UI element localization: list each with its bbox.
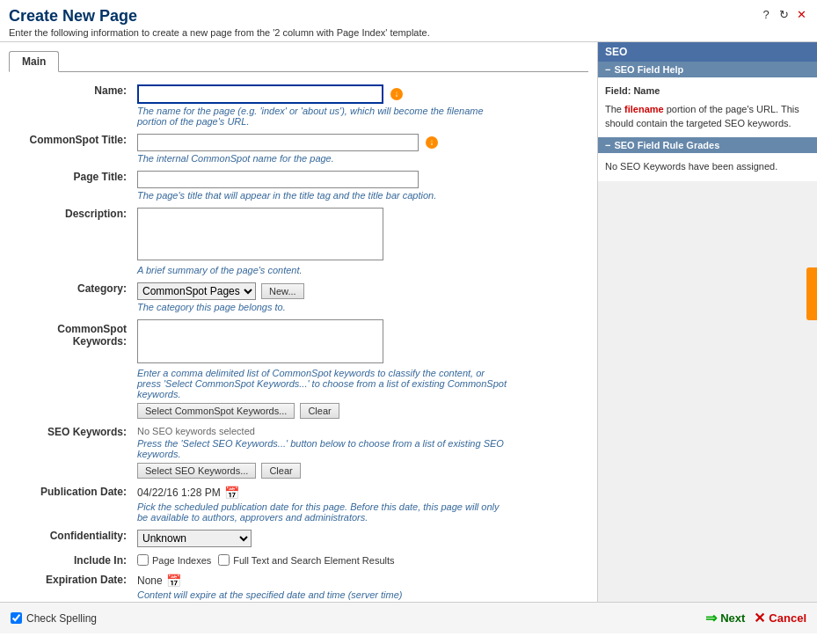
footer-left: Check Spelling	[11, 612, 97, 625]
description-label: Description:	[9, 204, 132, 279]
close-icon[interactable]: ✕	[794, 7, 808, 21]
seo-field-name: Field: Name	[605, 84, 810, 98]
name-row: Name: ↓ The name for the page (e.g. 'ind…	[9, 81, 588, 130]
seo-field-help-toggle[interactable]: − SEO Field Help	[598, 62, 817, 77]
description-help: A brief summary of the page's content.	[137, 265, 507, 275]
check-spelling-checkbox[interactable]	[11, 612, 22, 624]
page-title-input[interactable]	[137, 171, 419, 188]
page-indexes-label: Page Indexes	[152, 555, 211, 566]
seo-keywords-row: SEO Keywords: No SEO keywords selected P…	[9, 422, 588, 482]
confidentiality-label: Confidentiality:	[9, 526, 132, 551]
cs-keywords-field-cell: Enter a comma delimited list of CommonSp…	[132, 316, 588, 422]
select-cs-keywords-button[interactable]: Select CommonSpot Keywords...	[137, 403, 295, 419]
next-arrow-icon: ⇒	[705, 610, 717, 626]
tabs-bar: Main	[9, 51, 588, 72]
form-table: Name: ↓ The name for the page (e.g. 'ind…	[9, 81, 588, 602]
page-indexes-checkbox[interactable]	[137, 554, 149, 566]
publication-date-value: 04/22/16 1:28 PM	[137, 487, 221, 499]
seo-keywords-label: SEO Keywords:	[9, 422, 132, 482]
cancel-button[interactable]: ✕ Cancel	[754, 610, 806, 626]
seo-filename-highlight: filename	[624, 104, 664, 114]
category-row: Category: CommonSpot Pages New... The ca…	[9, 279, 588, 316]
commonspot-title-arrow[interactable]: ↓	[426, 136, 438, 149]
expiration-date-field-cell: None 📅 Content will expire at the specif…	[132, 570, 588, 602]
seo-rule-grades-label: SEO Field Rule Grades	[614, 140, 719, 150]
page-title-label: Page Title:	[9, 167, 132, 204]
seo-keywords-field-cell: No SEO keywords selected Press the 'Sele…	[132, 422, 588, 482]
next-label: Next	[720, 611, 745, 625]
page-title: Create New Page	[9, 7, 808, 26]
cancel-label: Cancel	[769, 611, 806, 625]
seo-field-help-section: − SEO Field Help Field: Name The filenam…	[598, 62, 817, 137]
include-in-row: Include In: Page Indexes Full Text and S…	[9, 551, 588, 570]
seo-field-help-label: SEO Field Help	[614, 64, 683, 75]
category-new-button[interactable]: New...	[261, 283, 304, 299]
seo-rule-grades-content: No SEO Keywords have been assigned.	[598, 153, 817, 180]
seo-rule-grades-section: − SEO Field Rule Grades No SEO Keywords …	[598, 137, 817, 180]
name-input[interactable]	[137, 84, 383, 104]
clear-cs-keywords-button[interactable]: Clear	[300, 403, 339, 419]
include-in-field-cell: Page Indexes Full Text and Search Elemen…	[132, 551, 588, 570]
seo-rule-grades-toggle[interactable]: − SEO Field Rule Grades	[598, 137, 817, 153]
category-label: Category:	[9, 279, 132, 316]
refresh-icon[interactable]: ↻	[777, 7, 791, 21]
page-subtitle: Enter the following information to creat…	[9, 27, 808, 38]
expiration-date-calendar-icon[interactable]: 📅	[166, 574, 181, 588]
full-text-label: Full Text and Search Element Results	[233, 555, 394, 566]
include-in-label: Include In:	[9, 551, 132, 570]
category-select[interactable]: CommonSpot Pages	[137, 282, 256, 300]
tab-main[interactable]: Main	[9, 51, 59, 72]
page-title-row: Page Title: The page's title that will a…	[9, 167, 588, 204]
page-header: Create New Page Enter the following info…	[0, 0, 817, 42]
cs-keywords-input[interactable]	[137, 319, 383, 363]
publication-date-field-cell: 04/22/16 1:28 PM 📅 Pick the scheduled pu…	[132, 482, 588, 526]
category-help: The category this page belongs to.	[137, 302, 507, 312]
confidentiality-field-cell: Unknown Public Private	[132, 526, 588, 551]
name-label: Name:	[9, 81, 132, 130]
cs-keywords-row: CommonSpotKeywords: Enter a comma delimi…	[9, 316, 588, 422]
name-help-arrow[interactable]: ↓	[390, 88, 403, 100]
full-text-checkbox[interactable]	[218, 554, 230, 566]
clear-seo-keywords-button[interactable]: Clear	[261, 463, 300, 479]
seo-keywords-help: Press the 'Select SEO Keywords...' butto…	[137, 438, 507, 459]
publication-date-label: Publication Date:	[9, 482, 132, 526]
seo-rule-grades-text: No SEO Keywords have been assigned.	[605, 161, 777, 172]
commonspot-title-input[interactable]	[137, 134, 419, 151]
seo-keywords-none-text: No SEO keywords selected	[137, 426, 583, 436]
expiration-date-row: Expiration Date: None 📅 Content will exp…	[9, 570, 588, 602]
seo-panel: SEO − SEO Field Help Field: Name The fil…	[597, 42, 817, 602]
confidentiality-row: Confidentiality: Unknown Public Private	[9, 526, 588, 551]
select-seo-keywords-button[interactable]: Select SEO Keywords...	[137, 463, 256, 479]
publication-date-help: Pick the scheduled publication date for …	[137, 501, 507, 523]
seo-panel-toggle-tab[interactable]	[806, 267, 817, 320]
description-input[interactable]	[137, 208, 383, 260]
publication-date-calendar-icon[interactable]: 📅	[224, 486, 239, 500]
seo-minus-icon: −	[605, 64, 610, 75]
name-field-cell: ↓ The name for the page (e.g. 'index' or…	[132, 81, 588, 130]
seo-field-help-content: Field: Name The filename portion of the …	[598, 77, 817, 137]
seo-minus2-icon: −	[605, 140, 610, 150]
left-panel: Main Name: ↓ The name for the page (e.g.…	[0, 42, 597, 602]
commonspot-title-field-cell: ↓ The internal CommonSpot name for the p…	[132, 130, 588, 167]
cancel-x-icon: ✕	[754, 610, 765, 626]
seo-panel-header: SEO	[598, 42, 817, 62]
check-spelling-section: Check Spelling	[11, 612, 97, 625]
footer: Check Spelling ⇒ Next ✕ Cancel	[0, 602, 817, 633]
check-spelling-label: Check Spelling	[26, 612, 97, 625]
help-icon[interactable]: ?	[759, 7, 773, 21]
page-title-field-cell: The page's title that will appear in the…	[132, 167, 588, 204]
header-icons: ? ↻ ✕	[759, 7, 808, 21]
cs-keywords-help: Enter a comma delimited list of CommonSp…	[137, 368, 507, 399]
expiration-date-value: None	[137, 574, 163, 587]
page-title-help: The page's title that will appear in the…	[137, 190, 507, 201]
description-row: Description: A brief summary of the page…	[9, 204, 588, 279]
confidentiality-select[interactable]: Unknown Public Private	[137, 530, 252, 547]
expiration-date-label: Expiration Date:	[9, 570, 132, 602]
next-button[interactable]: ⇒ Next	[705, 610, 745, 626]
seo-field-help-body: The filename portion of the page's URL. …	[605, 103, 810, 130]
category-field-cell: CommonSpot Pages New... The category thi…	[132, 279, 588, 316]
description-field-cell: A brief summary of the page's content.	[132, 204, 588, 279]
commonspot-title-row: CommonSpot Title: ↓ The internal CommonS…	[9, 130, 588, 167]
commonspot-title-label: CommonSpot Title:	[9, 130, 132, 167]
main-layout: Main Name: ↓ The name for the page (e.g.…	[0, 42, 817, 602]
